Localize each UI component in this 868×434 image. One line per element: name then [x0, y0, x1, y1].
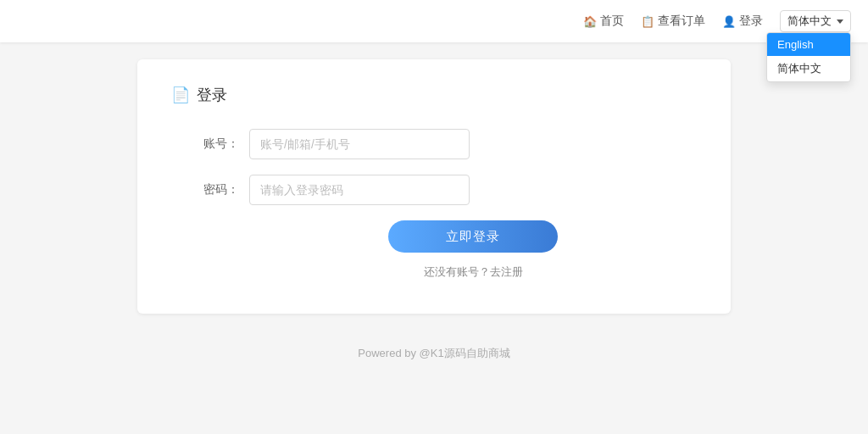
- current-language-label: 简体中文: [787, 14, 832, 29]
- login-title: 📄 登录: [171, 85, 697, 105]
- header-nav: 🏠 首页 📋 查看订单 👤 登录 简体中文 English 简体中文: [583, 10, 851, 32]
- login-title-text: 登录: [197, 85, 227, 105]
- home-nav-icon: 🏠: [583, 15, 597, 28]
- main-content: 📄 登录 账号： 密码： 立即登录 还没有账号？去注册: [0, 42, 868, 331]
- user-icon: 👤: [722, 15, 736, 28]
- nav-login[interactable]: 👤 登录: [722, 14, 763, 29]
- footer: Powered by @K1源码自助商城: [0, 331, 868, 376]
- language-select[interactable]: 简体中文: [780, 10, 851, 32]
- login-nav-label: 登录: [739, 14, 763, 29]
- account-input[interactable]: [249, 129, 470, 159]
- password-row: 密码：: [171, 175, 697, 205]
- header: 🏠 首页 📋 查看订单 👤 登录 简体中文 English 简体中文: [0, 0, 868, 42]
- account-label: 账号：: [171, 136, 239, 152]
- home-nav-label: 首页: [600, 14, 624, 29]
- password-label: 密码：: [171, 182, 239, 198]
- orders-nav-label: 查看订单: [658, 14, 705, 29]
- lang-option-chinese[interactable]: 简体中文: [767, 56, 850, 81]
- language-dropdown-wrapper: 简体中文 English 简体中文: [780, 10, 851, 32]
- nav-orders[interactable]: 📋 查看订单: [641, 14, 705, 29]
- form-actions: 立即登录 还没有账号？去注册: [249, 220, 697, 280]
- orders-icon: 📋: [641, 15, 654, 28]
- register-link[interactable]: 还没有账号？去注册: [424, 264, 523, 280]
- login-title-icon: 📄: [171, 86, 190, 104]
- account-row: 账号：: [171, 129, 697, 159]
- footer-text: Powered by @K1源码自助商城: [358, 347, 509, 359]
- chevron-down-icon: [837, 19, 843, 24]
- login-button[interactable]: 立即登录: [388, 220, 558, 253]
- password-input[interactable]: [249, 175, 470, 205]
- login-card: 📄 登录 账号： 密码： 立即登录 还没有账号？去注册: [137, 59, 731, 314]
- lang-option-english[interactable]: English: [767, 33, 850, 56]
- language-dropdown-menu: English 简体中文: [766, 32, 851, 82]
- nav-home[interactable]: 🏠 首页: [583, 14, 624, 29]
